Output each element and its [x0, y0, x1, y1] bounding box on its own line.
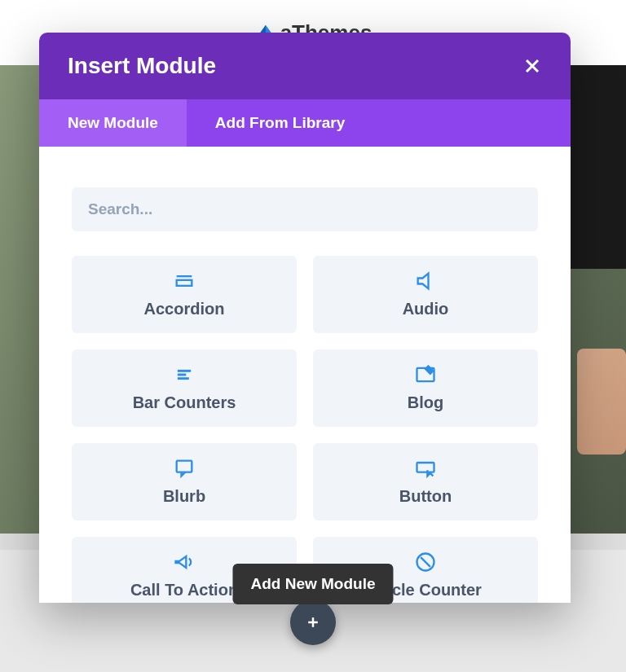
svg-rect-8 [177, 461, 192, 472]
module-label: Accordion [80, 300, 289, 318]
modal-tabs: New Module Add From Library [39, 99, 571, 147]
module-label: Blog [321, 393, 530, 412]
module-accordion[interactable]: Accordion [72, 256, 297, 333]
button-icon [321, 456, 530, 481]
svg-rect-9 [417, 463, 434, 472]
audio-icon [321, 269, 530, 293]
module-grid: Accordion Audio [72, 256, 538, 603]
tab-new-module[interactable]: New Module [39, 99, 187, 147]
module-label: Blurb [80, 487, 289, 506]
module-blog[interactable]: Blog [313, 349, 538, 427]
blog-icon [321, 362, 530, 387]
insert-module-modal: Insert Module New Module Add From Librar… [39, 33, 571, 603]
svg-line-11 [421, 557, 430, 567]
plus-icon [305, 614, 321, 630]
module-button[interactable]: Button [313, 443, 538, 520]
search-input[interactable] [72, 187, 538, 231]
modal-body: Accordion Audio [39, 147, 571, 603]
bar-counters-icon [80, 362, 289, 387]
module-label: Button [321, 487, 530, 506]
svg-rect-3 [177, 280, 192, 286]
blurb-icon [80, 456, 289, 481]
module-label: Audio [321, 300, 530, 318]
close-button[interactable] [522, 56, 542, 76]
modal-header: Insert Module [39, 33, 571, 99]
module-bar-counters[interactable]: Bar Counters [72, 349, 297, 427]
accordion-icon [80, 269, 289, 293]
background-right-panel [569, 65, 626, 269]
add-module-tooltip: Add New Module [232, 564, 393, 604]
module-label: Bar Counters [80, 393, 289, 412]
modal-title: Insert Module [68, 53, 216, 79]
module-audio[interactable]: Audio [313, 256, 538, 333]
tab-add-from-library[interactable]: Add From Library [187, 99, 373, 147]
close-icon [522, 56, 542, 76]
add-module-fab[interactable] [290, 600, 336, 645]
module-blurb[interactable]: Blurb [72, 443, 297, 520]
background-avatar [577, 349, 626, 455]
